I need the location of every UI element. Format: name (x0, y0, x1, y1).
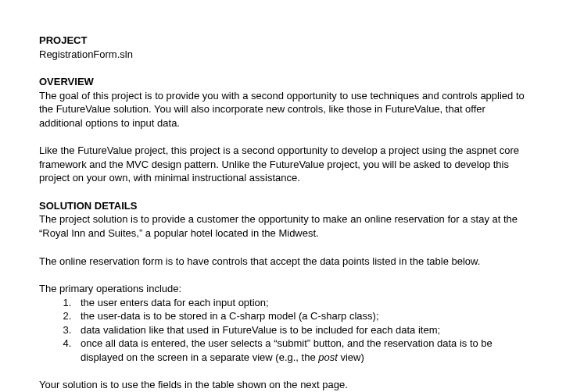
list-item: the user enters data for each input opti… (74, 296, 527, 310)
overview-heading: OVERVIEW (39, 75, 527, 89)
op4-pre: once all data is entered, the user selec… (81, 337, 493, 363)
project-section: PROJECT RegistrationForm.sln (39, 34, 527, 61)
op4-italic: post (318, 351, 338, 363)
solution-ops-list: the user enters data for each input opti… (39, 296, 527, 365)
overview-section: OVERVIEW The goal of this project is to … (39, 75, 527, 185)
solution-ops-intro: The primary operations include: (39, 282, 527, 296)
solution-para3: Your solution is to use the fields in th… (39, 378, 527, 392)
solution-para2: The online reservation form is to have c… (39, 255, 527, 269)
overview-para1: The goal of this project is to provide y… (39, 89, 527, 130)
project-heading: PROJECT (39, 34, 527, 48)
op4-post: view) (338, 351, 364, 363)
list-item: once all data is entered, the user selec… (74, 337, 527, 364)
list-item: the user-data is to be stored in a C-sha… (74, 309, 527, 323)
solution-section: SOLUTION DETAILS The project solution is… (39, 199, 527, 392)
solution-heading: SOLUTION DETAILS (39, 199, 527, 213)
overview-para2: Like the FutureValue project, this proje… (39, 144, 527, 185)
solution-para1: The project solution is to provide a cus… (39, 212, 527, 240)
list-item: data validation like that used in Future… (74, 323, 527, 337)
project-name: RegistrationForm.sln (39, 48, 527, 62)
